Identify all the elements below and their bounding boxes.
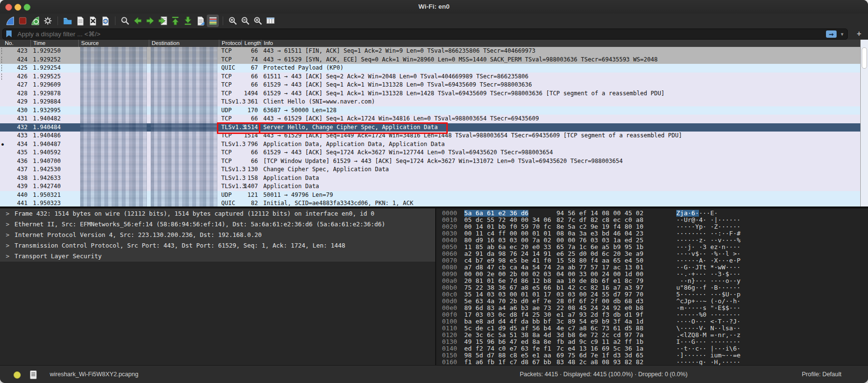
hex-line-0020[interactable]: 002000 14 01 bb f0 59 70 fc8e 5a c2 9e 1… (436, 223, 868, 230)
packet-row-433[interactable]: 4331.940486TCP1514443 → 61529 [ACK] Seq=… (0, 132, 861, 140)
hex-line-0010[interactable]: 001005 dc 55 72 40 00 34 0682 7c df 82 c… (436, 217, 868, 223)
hex-line-0030[interactable]: 003000 11 c4 ff 00 00 01 0108 0a 3a e3 b… (436, 230, 868, 237)
hex-line-0130[interactable]: 013049 15 96 b6 47 ed 8a 8efb ad 9c c9 1… (436, 339, 868, 345)
hex-line-0050[interactable]: 005011 85 ab 6a ec 20 e0 3365 7a 1c 6e a… (436, 244, 868, 250)
go-to-packet-button[interactable] (157, 15, 169, 27)
packet-row-432-selected[interactable]: 4321.940484TLSv1.31514Server Hello, Chan… (0, 123, 861, 132)
reload-file-button[interactable] (99, 15, 111, 27)
open-file-button[interactable] (61, 15, 73, 27)
zoom-original-button[interactable] (252, 15, 264, 27)
packet-row-427[interactable]: 4271.929609TCP6661529 → 443 [ACK] Seq=1 … (0, 81, 861, 89)
colorize-packets-button[interactable] (194, 15, 206, 27)
filter-bookmark-icon[interactable] (6, 30, 12, 37)
filter-add-button[interactable]: + (857, 29, 861, 39)
hex-line-0080[interactable]: 0080a7 d8 47 cb ca 4a 54 742a ab 77 57 1… (436, 264, 868, 271)
packet-row-437[interactable]: 4371.942530TLSv1.3130Change Cipher Spec,… (0, 165, 861, 174)
hex-line-0150[interactable]: 015098 5d d7 88 c8 e5 e1 aa69 75 6d 7e 1… (436, 352, 868, 359)
packet-list-header: No.TimeSourceDestinationProtocolLengthIn… (0, 40, 861, 47)
expert-info-icon[interactable] (14, 371, 21, 379)
column-header-length[interactable]: Length (242, 40, 261, 47)
hex-line-00e0[interactable]: 00e089 6d 83 a4 a6 b3 ae 7322 08 45 24 2… (436, 305, 868, 311)
restart-capture-button[interactable] (29, 15, 41, 27)
hex-line-0160[interactable]: 0160f1 a6 fb 1f c7 d8 67 bb83 48 2c a8 0… (436, 359, 868, 366)
stop-capture-button[interactable] (16, 15, 28, 27)
find-packet-button[interactable] (119, 15, 131, 27)
save-file-button[interactable] (74, 15, 86, 27)
packet-row-429[interactable]: 4291.929884TLSv1.3361Client Hello (SNI=w… (0, 98, 861, 106)
packet-row-423[interactable]: 4231.929250TCP66443 → 61511 [FIN, ACK] S… (0, 47, 861, 56)
detail-row-3[interactable]: >Transmission Control Protocol, Src Port… (0, 240, 435, 251)
auto-scroll-button[interactable] (207, 15, 219, 27)
packet-row-441[interactable]: 4411.950323QUIC82Initial, SCID=ae4883fa3… (0, 199, 861, 206)
hex-line-0040[interactable]: 004080 d9 16 03 03 00 7a 0200 00 76 03 0… (436, 237, 868, 244)
hex-line-0100[interactable]: 0100ba e8 ad d4 4f da bb bf3c 89 54 e9 b… (436, 318, 868, 325)
filter-apply-button[interactable]: ➞ (826, 30, 837, 38)
packet-row-430[interactable]: 4301.932995UDP17063687 → 50000 Len=128 (0, 106, 861, 115)
hex-line-00f0[interactable]: 00f017 03 03 0c d8 f4 25 30e1 a7 93 2d f… (436, 311, 868, 318)
column-header-protocol[interactable]: Protocol (219, 40, 242, 47)
packet-row-428[interactable]: 4281.929878TCP149461529 → 443 [ACK] Seq=… (0, 89, 861, 98)
zoom-in-button[interactable] (227, 15, 239, 27)
hex-ascii: u"86g··f ·B······ (676, 284, 740, 291)
hex-line-0090[interactable]: 009000 00 2e 00 2b 00 02 0304 00 33 00 2… (436, 271, 868, 278)
go-to-top-button[interactable] (169, 15, 181, 27)
packet-row-425[interactable]: 4251.929254QUIC67Protected Payload (KP0) (0, 64, 861, 73)
detail-row-4[interactable]: >Transport Layer Security (0, 251, 435, 262)
packet-row-435[interactable]: 4351.940592TCP6661529 → 443 [ACK] Seq=17… (0, 148, 861, 157)
detail-row-1[interactable]: >Ethernet II, Src: EFMNetworks_56:ef:14 … (0, 219, 435, 230)
hex-line-00d0[interactable]: 00d05e 63 4a 70 2b d0 ef 7e28 0f 6f 2f 0… (436, 298, 868, 305)
packet-row-438[interactable]: 4381.942633TLSv1.3158Application Data (0, 174, 861, 183)
start-capture-button[interactable] (4, 15, 16, 27)
hex-line-00a0[interactable]: 00a020 81 01 6e 7d 86 12 b8aa 10 de 8b 6… (436, 278, 868, 284)
pixelated-blur (151, 89, 217, 98)
close-file-button[interactable] (86, 15, 99, 27)
go-forward-button[interactable] (144, 15, 156, 27)
packet-row-440[interactable]: 4401.950321UDP12150011 → 49796 Len=79 (0, 191, 861, 200)
packet-list-scrollbar[interactable] (860, 40, 868, 206)
go-back-button[interactable] (131, 15, 143, 27)
packet-source-redacted (80, 165, 147, 174)
zoom-out-button[interactable] (239, 15, 251, 27)
hex-line-0140[interactable]: 0140ed f2 74 c0 e7 63 fe f17c e4 13 16 6… (436, 345, 868, 352)
capture-comment-icon[interactable] (30, 370, 37, 379)
hex-line-0060[interactable]: 0060a2 91 da 98 76 24 14 91e6 25 d0 0d 6… (436, 250, 868, 257)
resize-columns-button[interactable] (264, 15, 276, 27)
expand-chevron-icon[interactable]: > (6, 251, 12, 262)
detail-row-2[interactable]: >Internet Protocol Version 4, Src: 223.1… (0, 230, 435, 240)
packet-info: 443 → 61529 [SYN, ACK, ECE] Seq=0 Ack=1 … (263, 56, 858, 64)
packet-time: 1.929878 (33, 89, 61, 98)
column-header-time[interactable]: Time (30, 40, 45, 47)
pixelated-blur (151, 157, 217, 166)
column-header-destination[interactable]: Destination (149, 40, 180, 47)
expand-chevron-icon[interactable]: > (6, 208, 12, 219)
hex-line-0070[interactable]: 0070c4 b7 e9 98 e5 be 41 f015 58 80 f4 a… (436, 257, 868, 264)
hex-line-00c0[interactable]: 00c035 14 03 03 00 01 01 1703 03 00 24 5… (436, 291, 868, 298)
packet-row-439[interactable]: 4391.942740TLSv1.31407Application Data (0, 182, 861, 191)
hex-line-0120[interactable]: 01202e 3c 6c 5a 51 38 8a 4d3d b8 6e 72 2… (436, 332, 868, 339)
hex-bytes-group1: 35 14 03 03 00 01 01 17 (464, 291, 551, 298)
capture-options-button[interactable] (42, 15, 54, 27)
expand-chevron-icon[interactable]: > (6, 219, 12, 230)
column-header-no[interactable]: No. (0, 40, 14, 47)
column-header-source[interactable]: Source (78, 40, 99, 47)
packet-row-424[interactable]: 4241.929252TCP74443 → 61529 [SYN, ACK, E… (0, 56, 861, 64)
expand-chevron-icon[interactable]: > (6, 240, 12, 251)
display-filter-input[interactable]: Apply a display filter ... <⌘/> ➞ ▼ (2, 29, 848, 40)
hex-line-00b0[interactable]: 00b075 22 38 36 67 a8 e5 66b1 42 cc 82 1… (436, 284, 868, 291)
packet-row-431[interactable]: 4311.940482TCP66443 → 61529 [ACK] Seq=1 … (0, 115, 861, 123)
profile-label[interactable]: Profile: Default (802, 366, 841, 383)
packet-row-426[interactable]: 4261.929525TCP6661511 → 443 [ACK] Seq=2 … (0, 73, 861, 81)
go-to-bottom-button[interactable] (182, 15, 194, 27)
hex-line-0110[interactable]: 01105c de c1 d9 d5 af 56 b44e c7 a8 6c 7… (436, 325, 868, 332)
packet-row-434[interactable]: ●4341.940487TLSv1.3796Application Data, … (0, 140, 861, 149)
scrollbar-thumb[interactable] (862, 47, 867, 69)
pixelated-blur (151, 148, 217, 157)
expand-chevron-icon[interactable]: > (6, 230, 12, 240)
filter-dropdown-icon[interactable]: ▼ (840, 31, 844, 38)
packet-row-436[interactable]: 4361.940700TCP66[TCP Window Update] 6152… (0, 157, 861, 166)
packet-source-redacted (80, 148, 147, 157)
hex-line-0000[interactable]: 00005a 6a 61 e2 36 d6 58 8694 56 ef 14 0… (436, 210, 868, 217)
detail-row-0[interactable]: >Frame 432: 1514 bytes on wire (12112 bi… (0, 208, 435, 219)
hex-ascii: ····v$·· ·%··l >· (676, 250, 740, 257)
column-header-info[interactable]: Info (261, 40, 273, 47)
